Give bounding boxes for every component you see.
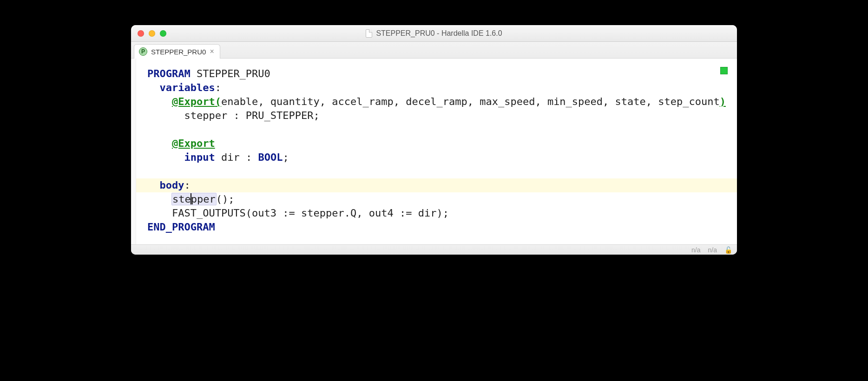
ide-window: STEPPER_PRU0 - Hardella IDE 1.6.0 P STEP… [131,25,737,255]
zoom-window-button[interactable] [160,30,166,37]
close-tab-icon[interactable]: × [210,47,214,56]
tab-bar: P STEPPER_PRU0 × [131,42,737,59]
editor-workspace: PROGRAM STEPPER_PRU0 variables: @Export(… [131,59,737,244]
tab-label: STEPPER_PRU0 [151,48,206,56]
window-controls [131,30,166,37]
status-bar: n/a n/a 🔓 [131,244,737,255]
status-na-2: n/a [708,246,717,254]
file-icon [366,29,372,38]
tab-stepper-pru0[interactable]: P STEPPER_PRU0 × [134,44,220,59]
code-content: PROGRAM STEPPER_PRU0 variables: @Export(… [147,67,726,234]
titlebar: STEPPER_PRU0 - Hardella IDE 1.6.0 [131,25,737,42]
lock-icon[interactable]: 🔓 [724,246,732,254]
program-icon: P [139,47,147,56]
window-title-text: STEPPER_PRU0 - Hardella IDE 1.6.0 [376,29,502,38]
window-title: STEPPER_PRU0 - Hardella IDE 1.6.0 [131,29,737,38]
code-editor[interactable]: PROGRAM STEPPER_PRU0 variables: @Export(… [136,59,737,244]
status-na-1: n/a [691,246,700,254]
close-window-button[interactable] [138,30,144,37]
editor-gutter [131,59,136,244]
minimize-window-button[interactable] [149,30,155,37]
